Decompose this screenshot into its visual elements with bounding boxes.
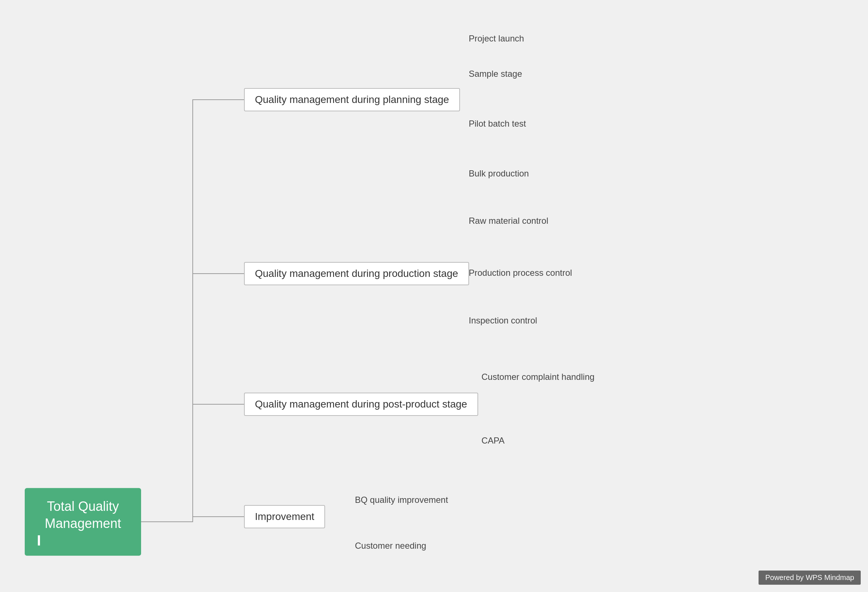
mindmap-container: Total QualityManagementQuality managemen… — [0, 0, 868, 592]
node-quality-management-during-plan: Quality management during planning stage — [244, 88, 460, 111]
node-voice-of-customer: Voice of customer — [459, 530, 529, 540]
node-performance-specification: Performance specification — [551, 48, 652, 58]
watermark: Powered by WPS Mindmap — [759, 571, 861, 585]
node-sample-qc: sample QC — [551, 69, 595, 79]
node-qms-improvement: QMS improvement — [462, 514, 535, 524]
node-equipment-and-tool-qualificati: Equipment and tool qualification — [687, 95, 811, 105]
node-complaint-receiving: Complaint receiving — [627, 353, 704, 364]
node-setting-of-the-critical-contro: Setting of the critical control specific… — [687, 143, 849, 153]
node-correction: Correction — [542, 421, 582, 431]
node-common-performance-spec.: Common performance spec. — [640, 57, 750, 67]
node-total-reject-ratio-control: Total reject ratio control — [586, 207, 676, 218]
node-inspection-control: Inspection control — [469, 315, 537, 326]
node-customer-needing: Customer needing — [355, 541, 426, 551]
node-critical-inspection-process-co: Critical inspection process control — [596, 265, 725, 275]
node-review-on-qc-plan: Review on QC plan — [551, 177, 627, 187]
node-product-improvement: Product improvement — [462, 481, 545, 491]
node-inspection-method: Inspection method — [559, 323, 630, 333]
node-inspection-criteria: Inspection criteria — [559, 306, 627, 317]
node-batch-reject-control: Batch reject control — [586, 224, 661, 234]
node-project-launch: Project launch — [469, 34, 524, 44]
node-process-performance-qualificat: Process performance qualification — [687, 111, 819, 121]
node-process-qualification/validati: Process qualification/Validation — [551, 103, 671, 113]
node-quality-management-during-prod: Quality management during production sta… — [244, 262, 469, 285]
node-result-evaluation: Result evaluation — [627, 387, 694, 397]
node-actions: Actions — [627, 404, 656, 414]
node-assessment-of-critical-factors: Assessment of critical factors — [687, 126, 800, 136]
node-customer-needing-identificatio: Customer needing identification — [551, 19, 673, 30]
node-special-process-control: Special process control — [596, 288, 686, 298]
node-capa: CAPA — [481, 435, 505, 446]
node-bq-quality-improvement: BQ quality improvement — [355, 495, 448, 505]
node-customer-complaint-handling: Customer complaint handling — [481, 372, 595, 382]
node-bulk-production: Bulk production — [469, 169, 529, 179]
node-raw-material-control: Raw material control — [469, 216, 548, 226]
node-process-improvement: Process improvement — [462, 497, 547, 508]
node-reject-ratio: Reject ratio — [732, 258, 776, 268]
root-node: Total QualityManagement — [25, 488, 141, 556]
node-review-on-process: Review on process — [551, 160, 625, 170]
node-quick-transaction-and-powful-r: Quick transaction and powful responsiven… — [627, 370, 803, 380]
node-improvement: Improvement — [244, 505, 325, 528]
node-detection-ratio: Detection ratio — [732, 274, 788, 284]
node-preventive-action: Preventive action — [542, 454, 609, 465]
node-pilot-batch-test: Pilot batch test — [469, 118, 526, 129]
node-critical-process-qualification: Critical process qualification — [551, 135, 659, 145]
node-sample-stage: Sample stage — [469, 69, 522, 79]
node-corrective-action: Corrective action — [542, 438, 607, 448]
node-critical-performance-spec.: Critical performance spec. — [640, 74, 741, 84]
node-production-process-control: Production process control — [469, 268, 572, 278]
node-quality-function-development: Quality function development — [459, 548, 572, 558]
node-quality-management-during-post: Quality management during post-product s… — [244, 392, 478, 416]
node-critical-process-or-factor-con: Critical process or factor control — [596, 246, 718, 256]
